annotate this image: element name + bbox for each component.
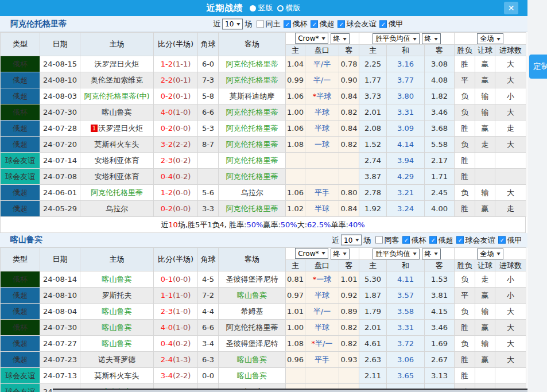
euro-home-odds: 1.52	[359, 137, 387, 153]
away-team-name[interactable]: 乌拉尔	[241, 188, 263, 197]
asia-away-odds: 0.84	[339, 121, 359, 137]
away-team-name[interactable]: 阿克伦托格里蒂	[226, 76, 278, 84]
asia-away-odds: 0.84	[339, 88, 359, 104]
away-team-name[interactable]: 圣彼得堡泽尼特	[226, 275, 278, 284]
away-team-name[interactable]: 莫斯科迪纳摩	[230, 92, 274, 100]
column-header: 日期	[40, 33, 80, 56]
euro-odds-header-select-0[interactable]: 胜平负均值▼	[373, 33, 419, 44]
euro-home-odds: 2.25	[359, 56, 387, 72]
league-label: 俄甲	[507, 235, 522, 245]
customize-button[interactable]: 定制	[529, 55, 547, 79]
away-team-name[interactable]: 阿克伦托格里蒂	[226, 172, 278, 181]
league-checkbox[interactable]: ✓	[456, 236, 464, 244]
league-checkbox[interactable]: ✓	[379, 20, 387, 28]
home-team-name[interactable]: 莫斯科火车头	[95, 140, 139, 149]
away-team-cell: 喀山鲁宾	[219, 352, 286, 368]
league-checkbox[interactable]: ✓	[337, 20, 345, 28]
home-team-name[interactable]: 罗斯托夫	[102, 291, 132, 300]
asia-home-odds: 1.04	[286, 56, 305, 72]
league-checkbox[interactable]: ✓	[311, 20, 318, 28]
match-row: 俄超24-08-04喀山鲁宾2-3(1-0)4-4希姆基1.01半/一0.891…	[1, 304, 526, 320]
home-team-name[interactable]: 喀山鲁宾	[102, 339, 132, 348]
away-team-name[interactable]: 圣彼得堡泽尼特	[226, 339, 278, 348]
select-value: 胜平负均值	[375, 34, 410, 44]
euro-odds-header-select-1[interactable]: 终▼	[422, 33, 441, 44]
same-venue-label: 同主	[265, 19, 280, 29]
layout-radio-horizontal[interactable]: 横版	[277, 3, 301, 13]
home-team-name[interactable]: 阿克伦托格里蒂	[91, 188, 143, 197]
asia-home-odds: 1.08	[286, 137, 305, 153]
result-scope-header-select-0[interactable]: 全场▼	[477, 33, 503, 44]
home-team-name[interactable]: 沃罗涅日火炬	[98, 124, 143, 133]
euro-odds-header: 胜平负均值▼终▼	[359, 33, 455, 45]
result-handicap: 输	[475, 336, 495, 352]
league-checkbox[interactable]: ✓	[402, 236, 410, 244]
away-team-name[interactable]: 阿克伦托格里蒂	[226, 156, 278, 165]
close-button[interactable]: ✕	[504, 2, 518, 14]
away-team-name[interactable]: 阿克伦托格里蒂	[226, 108, 278, 117]
home-team-name[interactable]: 沃罗涅日火炬	[95, 60, 139, 68]
home-team-name[interactable]: 乌拉尔	[106, 204, 128, 213]
home-team-name[interactable]: 喀山鲁宾	[102, 108, 132, 117]
home-team-name[interactable]: 莫斯科火车头	[95, 371, 139, 380]
match-row: 俄超24-07-20莫斯科火车头3-2(2-2)8-7阿克伦托格里蒂1.08一球…	[1, 137, 526, 153]
result-win-draw-loss: 胜	[455, 352, 475, 368]
euro-draw-odds: 4.14	[387, 137, 425, 153]
euro-home-odds: 2.63	[359, 352, 387, 368]
same-venue-checkbox[interactable]	[375, 236, 383, 244]
home-team-name[interactable]: 喀山鲁宾	[102, 275, 132, 284]
half-time-score: (2-2)	[173, 371, 191, 380]
away-team-name[interactable]: 喀山鲁宾	[237, 291, 267, 300]
home-team-name[interactable]: 安塔利亚体育	[95, 172, 139, 181]
asia-odds-header-select-1[interactable]: 终▼	[331, 249, 350, 259]
asia-odds-header-select-0[interactable]: Crow*▼	[295, 33, 328, 44]
away-team-name[interactable]: 喀山鲁宾	[237, 355, 267, 364]
column-header: 角球	[198, 33, 219, 56]
same-venue-checkbox[interactable]	[257, 20, 264, 28]
chevron-down-icon: ▼	[496, 251, 500, 255]
away-team-name[interactable]: 阿克伦托格里蒂	[226, 140, 278, 149]
home-team-name[interactable]: 安塔利亚体育	[95, 156, 139, 165]
away-team-name[interactable]: 阿克伦托格里蒂	[226, 204, 278, 213]
summary-part: 大:	[297, 220, 307, 230]
away-team-name[interactable]: 喀山鲁宾	[237, 371, 267, 380]
summary-part: 50%	[281, 220, 297, 229]
league-badge: 俄超	[1, 352, 40, 368]
section-away-team: 喀山鲁宾近10▼场同客✓俄杯✓俄超✓球会友谊✓俄甲类型日期主场比分(半场)角球客…	[0, 233, 527, 392]
column-subheader: 主	[286, 45, 305, 56]
result-goals: 大	[495, 304, 526, 320]
euro-odds-header-select-0[interactable]: 胜平负均值▼	[373, 249, 419, 259]
away-team-name[interactable]: 阿克伦托格里蒂	[226, 124, 278, 133]
column-header: 客场	[219, 33, 286, 56]
asia-handicap: 半球	[305, 104, 339, 121]
full-time-score: 0-2	[161, 204, 173, 213]
home-team-name[interactable]: 阿克伦托格里蒂(中)	[84, 92, 149, 100]
match-count-select[interactable]: 10▼	[341, 235, 362, 246]
home-team-name[interactable]: 喀山鲁宾	[102, 307, 132, 316]
summary-part: 40%	[348, 220, 365, 229]
away-team-cell: 乌拉尔	[219, 185, 286, 201]
league-checkbox[interactable]: ✓	[284, 20, 291, 28]
euro-odds-header-select-1[interactable]: 终▼	[422, 249, 441, 259]
full-time-score: 0-2	[161, 124, 173, 133]
league-checkbox[interactable]: ✓	[498, 236, 506, 244]
home-team-cell: 喀山鲁宾	[80, 271, 154, 288]
league-checkbox[interactable]: ✓	[429, 236, 437, 244]
title-group: 近期战绩 竖版横版	[207, 3, 301, 14]
home-team-name[interactable]: 喀山鲁宾	[102, 323, 132, 332]
column-subheader: 和	[387, 45, 425, 56]
away-team-name[interactable]: 阿克伦托格里蒂	[226, 323, 278, 332]
asia-odds-header-select-1[interactable]: 终▼	[331, 33, 350, 44]
half-time-score: (0-2)	[173, 172, 191, 181]
asia-odds-header-select-0[interactable]: Crow*▼	[295, 248, 328, 259]
euro-away-odds: 3.08	[425, 56, 455, 72]
match-date: 24-07-30	[40, 320, 80, 336]
away-team-name[interactable]: 希姆基	[241, 307, 263, 316]
away-team-name[interactable]: 阿克伦托格里蒂	[226, 60, 278, 68]
layout-radio-vertical[interactable]: 竖版	[250, 3, 273, 13]
result-scope-header-select-0[interactable]: 全场▼	[477, 249, 503, 259]
away-team-cell: 阿克伦托格里蒂	[219, 201, 286, 217]
home-team-name[interactable]: 诺夫哥罗德	[98, 355, 135, 364]
home-team-name[interactable]: 奥伦堡加索维克	[91, 76, 143, 84]
match-count-select[interactable]: 10▼	[222, 18, 243, 29]
